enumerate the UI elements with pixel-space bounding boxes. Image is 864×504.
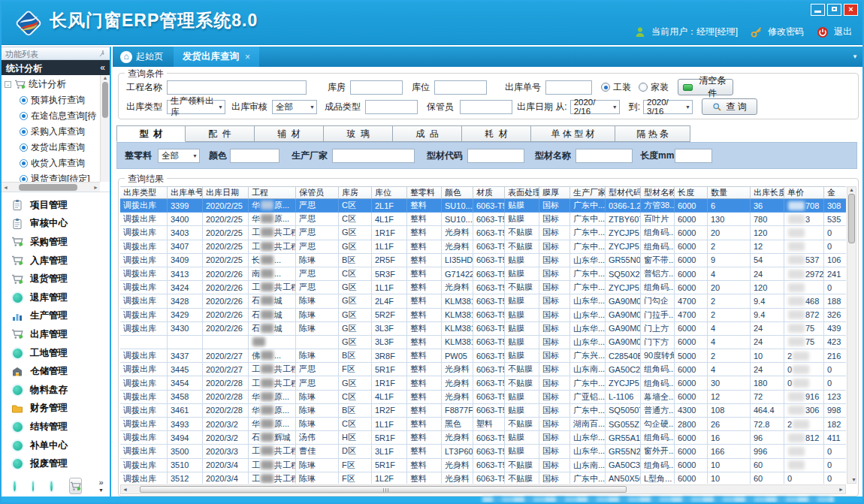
date-to-picker[interactable]: 2020/ 3/16▼: [643, 100, 693, 114]
clear-conditions-button[interactable]: 清空条件: [678, 79, 733, 95]
tab-shipping-outbound-query[interactable]: 发货出库查询 ×: [174, 47, 259, 67]
table-row[interactable]: 调拨出库34542020/2/28工共工程严思G区1R1F整料光身料6063-T…: [120, 376, 846, 390]
warehouse-input[interactable]: [350, 80, 403, 95]
tree-root-item[interactable]: -统计分析: [2, 77, 100, 92]
sidebar-more-button[interactable]: »▼: [98, 479, 104, 493]
radio-industrial-label[interactable]: 工装: [613, 81, 631, 94]
column-header-8[interactable]: 颜色: [442, 187, 473, 199]
material-tab-7[interactable]: 隔 热 条: [615, 125, 690, 142]
location-input[interactable]: [434, 80, 487, 95]
sidebar-item-4[interactable]: 退货管理: [2, 270, 110, 288]
sidebar-panel-header[interactable]: 统计分析 «: [2, 60, 110, 75]
scrollbar-thumb[interactable]: [848, 194, 855, 243]
table-row[interactable]: 调拨出库34032020/2/25工共工程严思G区1R1F整料光身料6063-T…: [120, 226, 846, 240]
table-row[interactable]: 调拨出库34092020/2/25长...陈琳B区2R5F整料LI35HD606…: [120, 254, 846, 267]
circle-icon[interactable]: [50, 481, 53, 491]
table-row[interactable]: 调拨出库34292020/2/26石城陈琳G区5R2F整料KLM38176063…: [120, 309, 846, 322]
column-header-1[interactable]: 出库单号: [168, 187, 203, 199]
scroll-left-icon[interactable]: ◄: [2, 185, 10, 190]
tab-close-icon[interactable]: ×: [245, 52, 250, 62]
column-header-11[interactable]: 膜厚: [539, 187, 570, 199]
order-no-input[interactable]: [545, 80, 592, 95]
table-row[interactable]: 调拨出库34612020/2/28华原...陈琳B区1R2F整料F8877FT6…: [120, 404, 846, 418]
sidebar-item-3[interactable]: 入库管理: [2, 252, 110, 270]
column-header-17[interactable]: 出库长度: [751, 187, 784, 199]
whole-part-select[interactable]: 全部▼: [158, 149, 200, 163]
table-row[interactable]: G区3L3F整料KLM38176063-T5贴膜国标山东华...GA90M09.…: [120, 336, 846, 349]
search-button[interactable]: 查 询: [702, 98, 757, 115]
circle-icon[interactable]: [14, 481, 16, 491]
column-header-13[interactable]: 型材代码: [606, 187, 641, 199]
grid-horizontal-scrollbar[interactable]: ◄ ►: [120, 484, 846, 494]
tree-vertical-scrollbar[interactable]: ▲: [100, 75, 110, 182]
table-row[interactable]: 调拨出库33992020/2/25华原...严思C区2L1F整料SU10...6…: [120, 199, 846, 213]
material-tab-4[interactable]: 成 品: [393, 125, 462, 142]
radio-home-label[interactable]: 家装: [651, 81, 669, 94]
material-tab-5[interactable]: 耗 材: [462, 125, 531, 142]
column-header-15[interactable]: 长度: [675, 187, 708, 199]
scroll-right-icon[interactable]: ►: [837, 487, 845, 492]
sidebar-item-1[interactable]: 审核中心: [2, 215, 110, 234]
column-header-19[interactable]: 金: [824, 187, 846, 199]
column-header-14[interactable]: 型材名称: [641, 187, 675, 199]
sidebar-item-14[interactable]: 报废管理: [2, 454, 110, 473]
column-header-10[interactable]: 表面处理: [505, 187, 539, 199]
keeper-input[interactable]: [460, 100, 512, 114]
table-row[interactable]: 调拨出库34372020/2/27佛...陈琳B区3R8F整料PW056063-…: [120, 349, 846, 363]
column-header-5[interactable]: 库房: [339, 187, 372, 199]
tree-item-1[interactable]: 在途信息查询[待: [2, 108, 100, 124]
column-header-12[interactable]: 生产厂家: [570, 187, 606, 199]
tree-expander-icon[interactable]: -: [5, 81, 11, 88]
material-tab-0[interactable]: 型 材: [116, 125, 186, 142]
minimize-button[interactable]: [811, 4, 825, 16]
table-row[interactable]: 调拨出库34932020/3/2华原...陈琳C区1L1F整料黑色塑料不贴膜国标…: [120, 418, 846, 431]
radio-home[interactable]: [639, 83, 648, 92]
sidebar-item-5[interactable]: 退库管理: [2, 288, 110, 307]
column-header-0[interactable]: 出库类型: [120, 187, 168, 199]
pin-icon[interactable]: [98, 50, 107, 59]
scroll-left-icon[interactable]: ◄: [121, 487, 129, 492]
tree-item-2[interactable]: 采购入库查询: [2, 124, 100, 140]
logout-link[interactable]: 退出: [834, 26, 852, 38]
scroll-down-icon[interactable]: ▼: [850, 477, 858, 482]
maximize-button[interactable]: [827, 4, 841, 16]
material-tab-1[interactable]: 配 件: [186, 125, 255, 142]
product-type-input[interactable]: [365, 100, 418, 114]
table-row[interactable]: 调拨出库35102020/3/4工共工程陈琳F区5R1F整料光身料6063-T5…: [120, 459, 846, 472]
sidebar-item-10[interactable]: 物料盘存: [2, 381, 110, 400]
scroll-right-icon[interactable]: ►: [92, 185, 100, 190]
date-from-picker[interactable]: 2020/ 2/16▼: [570, 100, 620, 114]
sidebar-item-12[interactable]: 结转管理: [2, 418, 110, 436]
sidebar-item-7[interactable]: 出库管理: [2, 325, 110, 344]
tree-item-0[interactable]: 预算执行查询: [2, 92, 100, 108]
scrollbar-thumb[interactable]: [140, 486, 627, 493]
profile-code-input[interactable]: [467, 149, 524, 163]
maker-input[interactable]: [332, 149, 415, 163]
collapse-icon[interactable]: «: [100, 62, 105, 75]
sidebar-item-13[interactable]: 补单中心: [2, 436, 110, 455]
sidebar-item-2[interactable]: 采购管理: [2, 233, 110, 252]
circle-icon[interactable]: [32, 481, 35, 491]
scrollbar-thumb[interactable]: [19, 184, 77, 191]
color-input[interactable]: [230, 149, 279, 163]
column-header-7[interactable]: 整零料: [407, 187, 442, 199]
close-button[interactable]: ×: [844, 4, 858, 16]
scroll-up-icon[interactable]: ▲: [101, 75, 110, 80]
table-row[interactable]: 调拨出库34072020/2/25工共工程严思G区1L1F整料光身料6063-T…: [120, 240, 846, 254]
table-row[interactable]: 调拨出库34302020/2/26石城陈琳G区3L3F整料KLM38176063…: [120, 322, 846, 336]
scrollbar-thumb[interactable]: [102, 82, 108, 118]
material-tab-6[interactable]: 单 体 型 材: [531, 125, 615, 142]
grid-vertical-scrollbar[interactable]: ▲ ▼: [847, 186, 856, 484]
sidebar-item-11[interactable]: 财务管理: [2, 400, 110, 418]
table-row[interactable]: 调拨出库34002020/2/25华原...严思C区4L1F整料SU10...6…: [120, 213, 846, 226]
radio-industrial[interactable]: [601, 83, 610, 92]
project-name-input[interactable]: [167, 80, 307, 95]
sidebar-item-0[interactable]: 项目管理: [2, 196, 110, 215]
change-password-link[interactable]: 修改密码: [768, 26, 804, 38]
material-tab-3[interactable]: 玻 璃: [324, 125, 393, 142]
table-row[interactable]: 调拨出库34582020/2/28华原...陈琳C区4L1F整料光身料6063-…: [120, 391, 846, 404]
column-header-3[interactable]: 工程: [249, 187, 296, 199]
sidebar-item-9[interactable]: 仓储管理: [2, 362, 110, 381]
column-header-2[interactable]: 出库日期: [203, 187, 249, 199]
length-input[interactable]: [675, 149, 712, 163]
